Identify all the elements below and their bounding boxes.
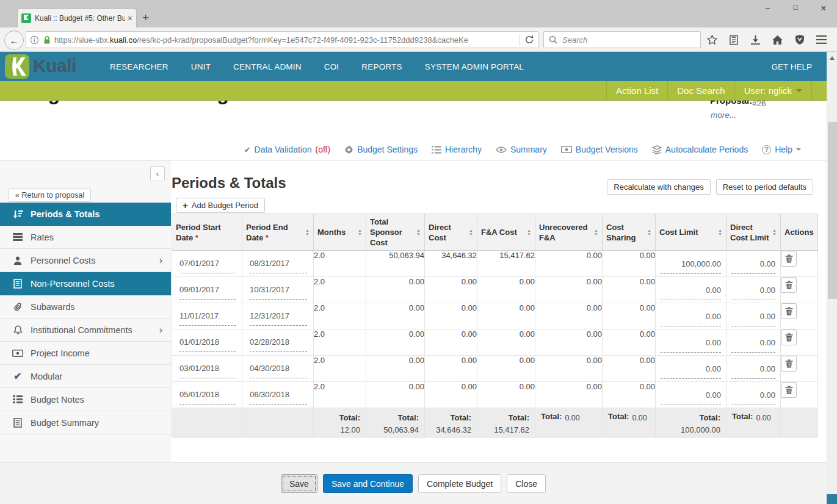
column-header-months[interactable]: Months▲▼ — [314, 214, 366, 251]
tab-close-icon[interactable]: × — [128, 13, 132, 23]
delete-period-button[interactable] — [781, 251, 797, 267]
period-end-field[interactable]: 04/30/2018 — [250, 359, 307, 378]
period-start-field[interactable]: 11/01/2017 — [179, 307, 236, 326]
scroll-up-icon[interactable] — [830, 56, 835, 60]
column-header-direct-cost-limit[interactable]: Direct Cost Limit▲▼ — [726, 214, 781, 251]
sort-icon[interactable]: ▲▼ — [772, 229, 777, 236]
lock-icon[interactable] — [43, 35, 51, 45]
cost-limit-field[interactable]: 0.00 — [661, 332, 721, 353]
doc-search-link[interactable]: Doc Search — [667, 81, 734, 100]
sidebar-item-institutional-commitments[interactable]: Institutional Commitments › — [0, 319, 171, 342]
info-icon[interactable] — [30, 35, 39, 45]
sort-icon[interactable]: ▲▼ — [718, 229, 722, 236]
nav-coi[interactable]: COI — [324, 62, 339, 71]
browser-tab[interactable]: Kuali :: Budget #5: Other Bud × — [17, 9, 137, 27]
column-header-direct-cost[interactable]: Direct Cost▲▼ — [425, 214, 477, 251]
period-end-field[interactable]: 02/28/2018 — [250, 333, 307, 352]
column-header-unrecovered-f-a[interactable]: Unrecovered F&A▲▼ — [535, 214, 603, 251]
maximize-button[interactable]: □ — [791, 3, 800, 14]
period-start-field[interactable]: 03/01/2018 — [179, 359, 236, 378]
column-header-period-start-date[interactable]: Period Start Date *▲ — [172, 214, 242, 251]
menu-icon[interactable] — [816, 35, 827, 44]
close-budget-button[interactable]: Close — [507, 474, 546, 493]
sort-icon[interactable]: ▲▼ — [358, 229, 362, 236]
minimize-button[interactable]: − — [763, 3, 772, 14]
download-icon[interactable] — [751, 35, 760, 45]
complete-budget-button[interactable]: Complete Budget — [418, 474, 501, 493]
get-help-link[interactable]: GET HELP — [771, 52, 812, 81]
data-validation-link[interactable]: ✔ Data Validation (off) — [244, 145, 330, 154]
period-start-field[interactable]: 09/01/2017 — [179, 281, 236, 300]
direct-cost-limit-field[interactable]: 0.00 — [731, 253, 775, 274]
back-button[interactable]: ← — [4, 31, 24, 50]
direct-cost-limit-field[interactable]: 0.00 — [731, 384, 775, 405]
budget-versions-link[interactable]: Budget Versions — [561, 145, 638, 154]
scrollbar-thumb[interactable] — [828, 122, 837, 299]
nav-system-admin-portal[interactable]: SYSTEM ADMIN PORTAL — [425, 62, 524, 71]
reset-defaults-button[interactable]: Reset to period defaults — [716, 179, 813, 195]
budget-settings-link[interactable]: Budget Settings — [344, 145, 418, 154]
column-header-period-end-date[interactable]: Period End Date *▲▼ — [242, 214, 314, 251]
column-header-f-a-cost[interactable]: F&A Cost▲▼ — [477, 214, 535, 251]
column-header-cost-limit[interactable]: Cost Limit▲▼ — [656, 214, 726, 251]
sidebar-item-non-personnel-costs[interactable]: Non-Personnel Costs — [0, 272, 171, 295]
period-start-field[interactable]: 01/01/2018 — [179, 333, 236, 352]
direct-cost-limit-field[interactable]: 0.00 — [731, 358, 775, 379]
period-end-field[interactable]: 06/30/2018 — [250, 386, 307, 405]
url-bar[interactable]: https://siue-sbx.kuali.co/res/kc-pd-krad… — [26, 31, 538, 48]
sort-icon[interactable]: ▲▼ — [527, 229, 531, 236]
summary-link[interactable]: Summary — [496, 145, 547, 154]
nav-reports[interactable]: REPORTS — [361, 62, 402, 71]
new-tab-button[interactable]: + — [142, 11, 149, 24]
period-start-field[interactable]: 07/01/2017 — [179, 254, 236, 273]
sidebar-item-budget-summary[interactable]: Budget Summary — [0, 411, 171, 434]
home-icon[interactable] — [772, 35, 783, 45]
search-bar[interactable] — [543, 31, 701, 48]
column-header-total-sponsor-cost[interactable]: Total Sponsor Cost▲▼ — [366, 214, 425, 251]
save-button[interactable]: Save — [281, 474, 317, 493]
cost-limit-field[interactable]: 0.00 — [661, 306, 721, 326]
delete-period-button[interactable] — [781, 329, 797, 345]
sidebar-item-rates[interactable]: Rates — [0, 226, 171, 249]
cost-limit-field[interactable]: 0.00 — [661, 384, 721, 405]
user-menu[interactable]: User: nglick — [734, 81, 811, 100]
nav-central-admin[interactable]: CENTRAL ADMIN — [233, 62, 302, 71]
sidebar-collapse-button[interactable]: ‹ — [150, 166, 165, 181]
shield-icon[interactable] — [795, 35, 804, 45]
reload-icon[interactable] — [524, 35, 534, 45]
recalculate-button[interactable]: Recalculate with changes — [607, 179, 710, 195]
sort-icon[interactable]: ▲▼ — [416, 229, 421, 236]
nav-researcher[interactable]: RESEARCHER — [110, 62, 168, 71]
direct-cost-limit-field[interactable]: 0.00 — [731, 306, 775, 326]
sort-icon[interactable]: ▲▼ — [647, 229, 651, 236]
add-budget-period-button[interactable]: + Add Budget Period — [176, 198, 265, 213]
bookmarks-list-icon[interactable] — [730, 35, 738, 45]
url-text[interactable]: https://siue-sbx.kuali.co/res/kc-pd-krad… — [54, 35, 514, 45]
sidebar-item-project-income[interactable]: Project Income — [0, 342, 171, 365]
sidebar-item-subawards[interactable]: Subawards — [0, 295, 171, 319]
sidebar-item-budget-notes[interactable]: Budget Notes — [0, 388, 171, 411]
sidebar-item-periods-totals[interactable]: Periods & Totals — [0, 203, 171, 226]
period-end-field[interactable]: 10/31/2017 — [250, 281, 307, 300]
action-list-link[interactable]: Action List — [606, 81, 667, 100]
nav-unit[interactable]: UNIT — [191, 62, 211, 71]
sidebar-item-modular[interactable]: ✔ Modular — [0, 365, 171, 388]
column-header-cost-sharing[interactable]: Cost Sharing▲▼ — [603, 214, 656, 251]
period-end-field[interactable]: 12/31/2017 — [250, 307, 307, 326]
autocalculate-periods-link[interactable]: Autocalculate Periods — [652, 145, 748, 154]
sort-icon[interactable]: ▲▼ — [305, 229, 310, 236]
search-input[interactable] — [561, 35, 695, 45]
period-end-field[interactable]: 08/31/2017 — [250, 254, 307, 273]
direct-cost-limit-field[interactable]: 0.00 — [731, 332, 775, 353]
hierarchy-link[interactable]: Hierarchy — [432, 145, 482, 154]
delete-period-button[interactable] — [781, 277, 797, 293]
more-link[interactable]: more... — [711, 110, 736, 120]
sort-icon[interactable]: ▲▼ — [594, 229, 598, 236]
direct-cost-limit-field[interactable]: 0.00 — [731, 279, 775, 300]
cost-limit-field[interactable]: 100,000.00 — [661, 253, 721, 274]
delete-period-button[interactable] — [781, 303, 797, 319]
cost-limit-field[interactable]: 0.00 — [661, 279, 721, 300]
kuali-logo-icon[interactable] — [5, 54, 29, 79]
period-start-field[interactable]: 05/01/2018 — [179, 386, 236, 405]
return-to-proposal-button[interactable]: « Return to proposal — [9, 189, 91, 202]
